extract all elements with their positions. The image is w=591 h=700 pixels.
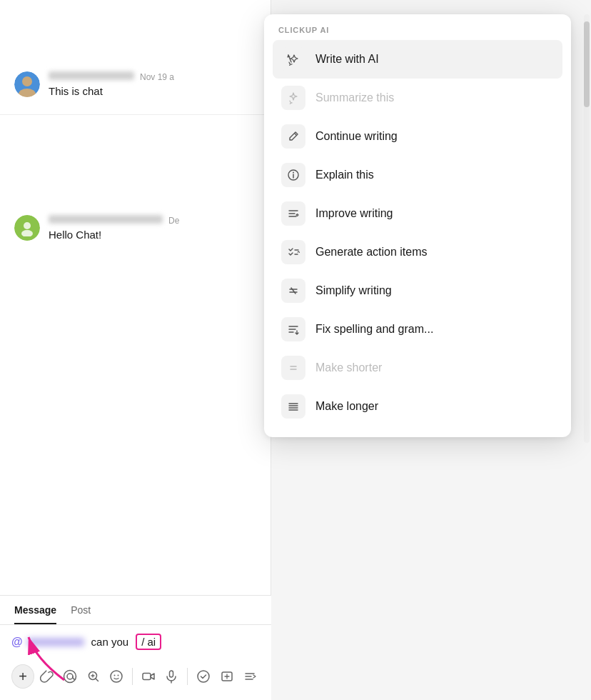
message-text: This is chat [49,85,256,97]
ai-item-improve-writing[interactable]: Improve writing [273,194,562,233]
sender-name-blurred [49,71,134,80]
pen-edit-icon [281,124,305,149]
ai-dropdown: CLICKUP AI Write with AI Summarize this [264,14,571,437]
not-equal-icon [281,279,305,303]
ai-item-label: Fix spelling and gram... [315,323,433,336]
message-content: Nov 19 a This is chat [49,71,256,97]
message-content: De Hello Chat! [49,215,256,241]
svg-rect-8 [143,674,151,680]
ai-item-fix-spelling[interactable]: Fix spelling and gram... [273,310,562,349]
ai-item-continue-writing[interactable]: Continue writing [273,117,562,156]
info-circle-icon [281,163,305,187]
emoji-button[interactable] [106,666,126,687]
svg-rect-9 [170,671,173,677]
ai-item-explain-this[interactable]: Explain this [273,156,562,194]
scrollbar-track[interactable] [584,14,590,443]
message-text: Hello Chat! [49,229,256,241]
message-time: Nov 19 a [140,72,174,82]
lines-equal-icon [281,356,305,380]
add-task-button[interactable] [217,666,237,687]
task-button[interactable] [193,666,213,687]
ai-trigger[interactable]: / ai [136,634,161,650]
svg-point-0 [24,222,31,229]
ai-item-label: Continue writing [315,130,398,143]
svg-point-5 [111,671,122,682]
scrollbar-thumb[interactable] [584,21,590,107]
svg-point-10 [198,671,209,682]
separator [132,668,133,685]
svg-point-1 [21,230,33,236]
sparkle-star-icon [281,86,305,110]
tabs: Message Post [0,596,271,625]
avatar [14,215,40,241]
chat-area: Nov 19 a This is chat De Hello Chat! [0,0,271,700]
message-header: De [49,215,256,226]
ai-item-label: Summarize this [315,91,394,104]
ai-item-simplify-writing[interactable]: Simplify writing [273,271,562,310]
message-time: De [168,216,179,226]
ai-item-label: Improve writing [315,207,393,220]
separator [187,668,188,685]
svg-point-13 [293,172,294,174]
tab-post[interactable]: Post [71,604,91,624]
ai-item-label: Explain this [315,169,374,181]
tab-message[interactable]: Message [14,604,56,624]
svg-point-7 [117,675,118,676]
ai-item-label: Write with AI [315,53,379,66]
list-down-icon [281,317,305,341]
video-button[interactable] [138,666,158,687]
sender-name-blurred [49,215,163,224]
lines-menu-icon [281,394,305,419]
more-button[interactable] [240,666,260,687]
ai-item-label: Generate action items [315,246,428,259]
ai-item-label: Simplify writing [315,284,392,297]
ai-item-label: Make longer [315,400,378,413]
sparkle-pen-icon [281,47,305,71]
svg-point-6 [113,675,115,676]
ai-item-make-shorter[interactable]: Make shorter [273,349,562,387]
pink-arrow [21,630,107,687]
list-sparkle-icon [281,201,305,226]
ai-item-summarize-this[interactable]: Summarize this [273,79,562,117]
ai-item-write-with-ai[interactable]: Write with AI [273,40,562,79]
divider [0,114,271,115]
ai-item-label: Make shorter [315,361,382,374]
avatar [14,71,40,97]
chat-message: De Hello Chat! [0,201,271,255]
chat-message: Nov 19 a This is chat [0,57,271,111]
message-header: Nov 19 a [49,71,256,82]
mic-button[interactable] [161,666,181,687]
ai-section-label: CLICKUP AI [273,26,562,34]
ai-item-make-longer[interactable]: Make longer [273,387,562,426]
ai-item-generate-action-items[interactable]: Generate action items [273,233,562,271]
checklist-sparkle-icon [281,240,305,264]
